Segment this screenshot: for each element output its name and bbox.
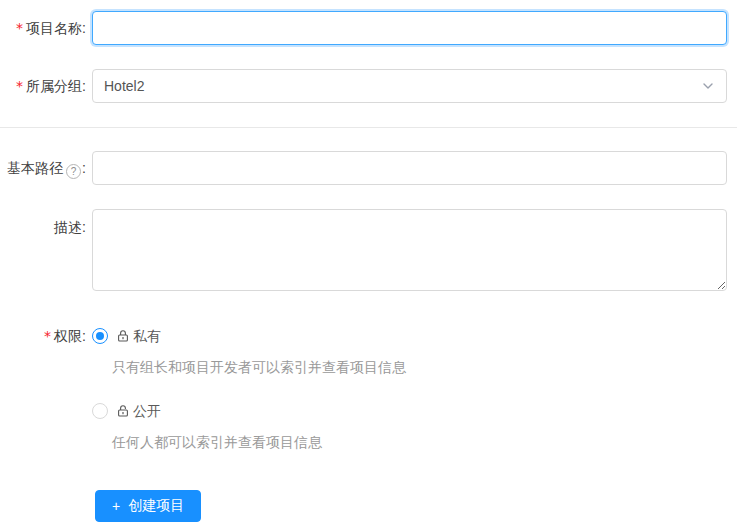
- submit-row: + 创建项目: [0, 490, 737, 522]
- description-row: 描述:: [0, 209, 737, 294]
- base-path-label: 基本路径?:: [0, 151, 86, 185]
- group-select[interactable]: Hotel2: [92, 69, 727, 103]
- project-name-row: *项目名称:: [0, 11, 737, 45]
- question-circle-icon[interactable]: ?: [66, 164, 81, 179]
- chevron-down-icon: [703, 83, 713, 89]
- required-marker: *: [44, 328, 51, 344]
- permission-private-description: 只有组长和项目开发者可以索引并查看项目信息: [112, 357, 727, 377]
- radio-unselected-icon[interactable]: [92, 403, 108, 419]
- permission-row: *权限: 私有 只有组长和项目开发者可以索引并查看项目信息: [0, 325, 737, 452]
- project-name-label: *项目名称:: [0, 11, 86, 45]
- permission-radio-private[interactable]: 私有: [92, 325, 727, 347]
- base-path-input[interactable]: [92, 151, 727, 185]
- description-label: 描述:: [0, 209, 86, 294]
- group-row: *所属分组: Hotel2: [0, 69, 737, 103]
- lock-icon: [116, 329, 130, 343]
- permission-radio-public[interactable]: 公开: [92, 400, 727, 422]
- create-project-button[interactable]: + 创建项目: [95, 490, 201, 522]
- radio-selected-icon[interactable]: [92, 328, 108, 344]
- required-marker: *: [16, 78, 23, 94]
- group-label: *所属分组:: [0, 69, 86, 103]
- plus-icon: +: [112, 499, 120, 513]
- permission-public-description: 任何人都可以索引并查看项目信息: [112, 432, 727, 452]
- section-divider: [0, 127, 737, 128]
- description-textarea[interactable]: [92, 209, 727, 291]
- permission-private-label: 私有: [133, 325, 161, 347]
- group-select-value: Hotel2: [104, 78, 144, 94]
- create-project-form: *项目名称: *所属分组: Hotel2 基本路径?: 描述:: [0, 0, 737, 525]
- create-project-button-label: 创建项目: [128, 497, 184, 515]
- permission-public-label: 公开: [133, 400, 161, 422]
- base-path-row: 基本路径?:: [0, 151, 737, 185]
- unlock-icon: [116, 404, 130, 418]
- permission-label: *权限:: [0, 325, 86, 452]
- project-name-input[interactable]: [92, 11, 727, 45]
- required-marker: *: [16, 20, 23, 36]
